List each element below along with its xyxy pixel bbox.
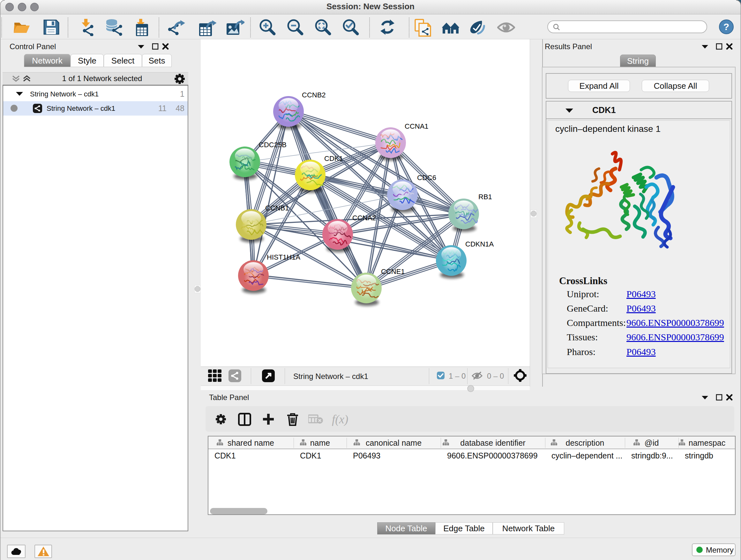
svg-text:CCNB2: CCNB2 bbox=[302, 91, 326, 99]
svg-text:CDC25B: CDC25B bbox=[259, 141, 286, 149]
svg-text:CCNE1: CCNE1 bbox=[381, 267, 405, 275]
svg-text:CDKN1A: CDKN1A bbox=[465, 240, 494, 248]
svg-text:CCNB1: CCNB1 bbox=[265, 204, 289, 212]
svg-text:RB1: RB1 bbox=[478, 193, 492, 201]
svg-text:?: ? bbox=[724, 21, 729, 32]
svg-text:CDK1: CDK1 bbox=[324, 154, 343, 163]
svg-text:HIST1H1A: HIST1H1A bbox=[267, 253, 300, 261]
svg-text:CCNA1: CCNA1 bbox=[405, 122, 428, 130]
svg-text:CCNA2: CCNA2 bbox=[352, 214, 376, 222]
svg-text:CDC6: CDC6 bbox=[417, 174, 436, 182]
